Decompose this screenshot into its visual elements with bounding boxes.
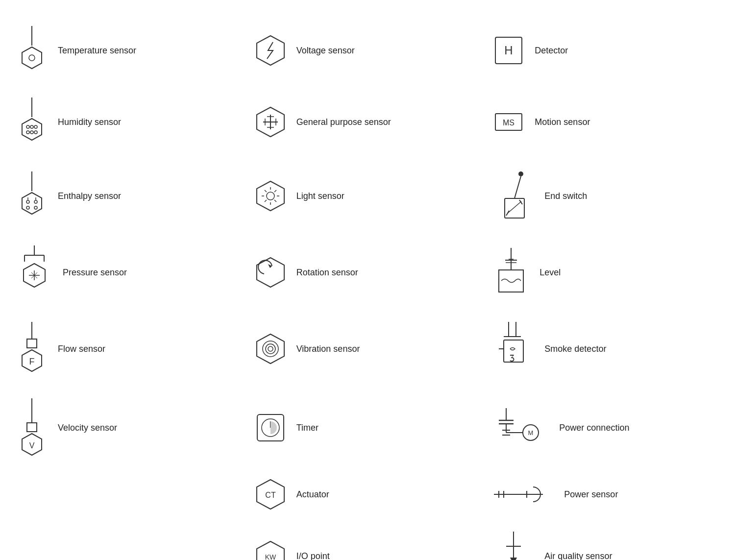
symbol-current-sensor: CT	[253, 477, 288, 511]
label-level: Level	[539, 268, 561, 278]
svg-point-2	[29, 55, 35, 61]
symbol-io-point	[491, 529, 536, 560]
svg-line-44	[508, 201, 521, 213]
label-current-sensor: Actuator	[296, 489, 329, 500]
svg-marker-108	[510, 558, 517, 560]
svg-marker-7	[22, 119, 42, 140]
svg-marker-24	[22, 193, 42, 214]
svg-point-27	[26, 206, 29, 209]
label-enthalpy-sensor: Enthalpy sensor	[58, 191, 121, 201]
svg-point-28	[34, 206, 37, 209]
svg-text:F: F	[29, 357, 35, 366]
svg-point-69	[268, 346, 273, 351]
symbol-power-connection: M	[491, 403, 550, 452]
symbol-voltage-sensor	[253, 33, 288, 68]
label-actuator: Power sensor	[564, 489, 618, 500]
svg-text:M: M	[528, 429, 534, 437]
svg-marker-68	[257, 334, 284, 364]
label-voltage-sensor: Voltage sensor	[296, 46, 355, 56]
label-power-sensor: I/O point	[296, 551, 330, 560]
symbol-grid: Temperature sensor Voltage sensor H Dete…	[10, 15, 725, 560]
symbol-end-switch	[491, 167, 536, 225]
item-power-sensor: KW I/O point	[248, 520, 487, 560]
item-detector: H Detector	[487, 15, 725, 86]
svg-text:V: V	[29, 441, 35, 450]
label-general-purpose-sensor: General purpose sensor	[296, 117, 391, 127]
item-power-connection: M Power connection	[487, 387, 725, 468]
svg-point-13	[34, 131, 37, 134]
symbol-power-sensor: KW	[253, 539, 288, 560]
item-enthalpy-sensor: Enthalpy sensor	[10, 158, 248, 234]
item-current-sensor: CT Actuator	[248, 468, 487, 520]
item-io-point: Air quality sensor	[487, 520, 725, 560]
symbol-humidity-sensor	[15, 95, 49, 149]
svg-line-38	[274, 200, 276, 202]
label-motion-sensor: Motion sensor	[535, 117, 590, 127]
label-temperature-sensor: Temperature sensor	[58, 46, 136, 56]
svg-point-26	[34, 200, 37, 203]
item-general-purpose-sensor: General purpose sensor	[248, 86, 487, 158]
svg-point-10	[34, 125, 37, 128]
svg-line-46	[519, 200, 522, 204]
item-flow-sensor: F Flow sensor	[10, 311, 248, 387]
svg-rect-65	[27, 339, 37, 348]
label-detector: Detector	[535, 46, 568, 56]
item-humidity-sensor: Humidity sensor	[10, 86, 248, 158]
svg-marker-31	[257, 181, 284, 211]
item-velocity-sensor: V Velocity sensor	[10, 387, 248, 468]
label-smoke-detector: Smoke detector	[544, 344, 606, 354]
svg-point-70	[266, 344, 275, 354]
svg-point-9	[30, 125, 33, 128]
svg-line-39	[274, 190, 276, 192]
label-humidity-sensor: Humidity sensor	[58, 117, 121, 127]
svg-text:KW: KW	[265, 553, 276, 560]
symbol-general-purpose-sensor	[253, 105, 288, 139]
svg-point-32	[267, 192, 274, 200]
symbol-detector: H	[491, 33, 526, 68]
symbol-rotation-sensor	[253, 255, 288, 290]
svg-text:ʒ: ʒ	[510, 352, 514, 362]
symbol-vibration-sensor	[253, 332, 288, 366]
symbol-actuator	[491, 477, 555, 511]
item-pressure-sensor: Pressure sensor	[10, 234, 248, 311]
svg-point-41	[518, 171, 523, 176]
svg-text:MS: MS	[503, 119, 514, 127]
item-timer: Timer	[248, 387, 487, 468]
svg-point-25	[26, 200, 29, 203]
item-end-switch: End switch	[487, 158, 725, 234]
svg-rect-60	[499, 270, 523, 292]
label-flow-sensor: Flow sensor	[58, 344, 105, 354]
label-pressure-sensor: Pressure sensor	[63, 268, 127, 278]
label-end-switch: End switch	[544, 191, 587, 201]
symbol-timer	[253, 411, 288, 445]
symbol-smoke-detector: ʒ	[491, 319, 536, 378]
item-rotation-sensor: Rotation sensor	[248, 234, 487, 311]
svg-point-11	[26, 131, 29, 134]
symbol-enthalpy-sensor	[15, 169, 49, 223]
item-light-sensor: Light sensor	[248, 158, 487, 234]
symbol-light-sensor	[253, 179, 288, 213]
item-voltage-sensor: Voltage sensor	[248, 15, 487, 86]
label-rotation-sensor: Rotation sensor	[296, 268, 358, 278]
label-timer: Timer	[296, 423, 318, 433]
svg-line-45	[506, 211, 509, 216]
item-level: Level	[487, 234, 725, 311]
symbol-flow-sensor: F	[15, 319, 49, 378]
label-vibration-sensor: Vibration sensor	[296, 344, 360, 354]
svg-text:H: H	[505, 44, 513, 57]
svg-point-71	[263, 341, 278, 357]
item-temperature-sensor: Temperature sensor	[10, 15, 248, 86]
item-actuator: Power sensor	[487, 468, 725, 520]
svg-marker-1	[22, 47, 42, 69]
svg-text:CT: CT	[265, 491, 276, 499]
svg-point-8	[26, 125, 29, 128]
svg-line-40	[265, 200, 267, 202]
item-motion-sensor: MS Motion sensor	[487, 86, 725, 158]
symbol-velocity-sensor: V	[15, 396, 49, 460]
svg-rect-79	[27, 423, 37, 432]
svg-point-12	[30, 131, 33, 134]
svg-line-42	[514, 176, 521, 198]
label-power-connection: Power connection	[559, 423, 629, 433]
label-io-point: Air quality sensor	[544, 551, 612, 560]
label-velocity-sensor: Velocity sensor	[58, 423, 117, 433]
